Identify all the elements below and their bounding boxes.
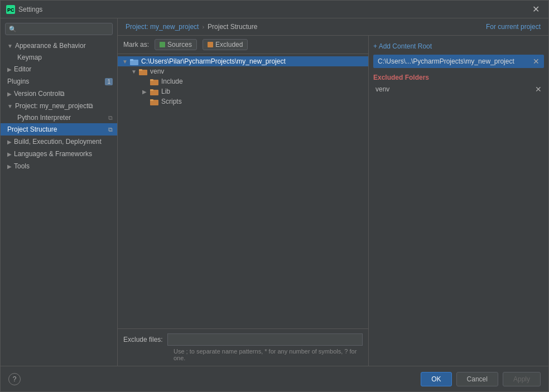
help-label: ?	[13, 375, 17, 383]
expand-arrow-build: ▶	[7, 139, 12, 145]
remove-excluded-button[interactable]: ✕	[535, 85, 542, 94]
title-bar: PC Settings ✕	[1, 1, 548, 18]
sidebar-item-keymap[interactable]: Keymap	[1, 52, 117, 63]
close-button[interactable]: ✕	[529, 3, 543, 16]
tree-venv-label: venv	[150, 67, 164, 75]
folder-icon-scripts	[150, 98, 159, 105]
exclude-input[interactable]	[167, 333, 363, 346]
svg-text:PC: PC	[7, 7, 15, 13]
settings-window: PC Settings ✕ 🔍 ▼ Appearance & Behavior …	[0, 0, 549, 392]
sidebar-label-python-interpreter: Python Interpreter	[17, 114, 71, 122]
copy-icon-vc: ⧉	[60, 90, 65, 98]
search-icon: 🔍	[9, 26, 17, 33]
tree-root-label: C:\Users\Pilar\PycharmProjects\my_new_pr…	[141, 57, 286, 65]
sidebar-item-version-control[interactable]: ▶ Version Control ⧉	[1, 88, 117, 100]
expand-arrow-editor: ▶	[7, 66, 12, 72]
pycharm-icon: PC	[6, 5, 15, 14]
exclude-bar: Exclude files: Use ; to separate name pa…	[118, 328, 368, 366]
content-area: 🔍 ▼ Appearance & Behavior Keymap ▶ Edito…	[1, 18, 548, 366]
plugins-badge: 1	[105, 78, 113, 85]
sidebar-item-editor[interactable]: ▶ Editor	[1, 63, 117, 75]
footer: ? OK Cancel Apply	[1, 366, 548, 391]
tree-arrow-root: ▼	[122, 59, 129, 65]
apply-button[interactable]: Apply	[503, 372, 541, 386]
file-tree: ▼ C:\Users\Pilar\PycharmProjects\my_new_…	[118, 54, 368, 328]
folder-icon-root	[130, 58, 139, 65]
svg-rect-9	[150, 89, 153, 91]
sidebar-label-languages: Languages & Frameworks	[14, 150, 92, 158]
svg-rect-7	[150, 79, 153, 81]
tree-lib[interactable]: ▶ Lib	[118, 86, 368, 96]
excluded-venv-label: venv	[375, 85, 389, 93]
sidebar-label-appearance: Appearance & Behavior	[15, 42, 86, 50]
breadcrumb: Project: my_new_project › Project Struct…	[118, 18, 548, 36]
exclude-label: Exclude files:	[123, 336, 163, 343]
svg-rect-5	[139, 69, 142, 71]
main-area: Project: my_new_project › Project Struct…	[118, 18, 548, 366]
expand-arrow-vc: ▶	[7, 91, 12, 97]
sources-label: Sources	[167, 41, 192, 49]
add-content-root-button[interactable]: + Add Content Root	[373, 40, 544, 52]
breadcrumb-current: Project Structure	[208, 23, 257, 31]
mark-as-label: Mark as:	[123, 41, 149, 49]
sidebar-label-plugins: Plugins	[7, 78, 29, 85]
copy-icon-ps: ⧉	[108, 126, 113, 133]
sidebar-item-project[interactable]: ▼ Project: my_new_project ⧉	[1, 100, 117, 112]
mark-as-sources-button[interactable]: Sources	[155, 39, 197, 50]
tree-venv[interactable]: ▼ venv	[118, 66, 368, 76]
mark-as-excluded-button[interactable]: Excluded	[203, 39, 248, 50]
copy-icon-pi: ⧉	[108, 114, 113, 122]
excluded-folder-entry: venv ✕	[373, 84, 544, 95]
remove-content-root-button[interactable]: ✕	[533, 57, 540, 66]
sidebar-label-version-control: Version Control	[14, 90, 60, 98]
cancel-button[interactable]: Cancel	[456, 372, 498, 386]
ok-button[interactable]: OK	[421, 372, 451, 386]
exclude-hint: Use ; to separate name patterns, * for a…	[123, 348, 363, 361]
help-button[interactable]: ?	[8, 373, 21, 385]
copy-icon-project: ⧉	[88, 102, 93, 110]
svg-rect-3	[130, 59, 133, 61]
sidebar-label-editor: Editor	[14, 65, 31, 73]
content-root-entry: C:\Users\...\PycharmProjects\my_new_proj…	[373, 55, 544, 68]
search-box[interactable]: 🔍	[5, 23, 113, 35]
sidebar-item-appearance[interactable]: ▼ Appearance & Behavior	[1, 40, 117, 52]
expand-arrow-tools: ▶	[7, 163, 12, 170]
sidebar-item-tools[interactable]: ▶ Tools	[1, 160, 117, 172]
sidebar-item-project-structure[interactable]: Project Structure ⧉	[1, 123, 117, 135]
breadcrumb-project[interactable]: Project: my_new_project	[126, 23, 199, 31]
excluded-icon	[208, 42, 213, 47]
sidebar-item-languages[interactable]: ▶ Languages & Frameworks	[1, 148, 117, 160]
tree-include[interactable]: ▶ Include	[118, 76, 368, 86]
search-input[interactable]	[19, 25, 109, 33]
tree-lib-label: Lib	[161, 88, 170, 95]
sidebar-item-plugins[interactable]: Plugins 1	[1, 75, 117, 88]
content-root-path: C:\Users\...\PycharmProjects\my_new_proj…	[378, 57, 514, 65]
sidebar-item-build[interactable]: ▶ Build, Execution, Deployment	[1, 135, 117, 148]
add-content-root-label: + Add Content Root	[373, 42, 432, 50]
sidebar-label-tools: Tools	[14, 162, 30, 170]
tree-root[interactable]: ▼ C:\Users\Pilar\PycharmProjects\my_new_…	[118, 56, 368, 66]
folder-icon-include	[150, 78, 159, 85]
tree-include-label: Include	[161, 78, 183, 85]
expand-arrow-project: ▼	[7, 103, 13, 109]
sidebar: 🔍 ▼ Appearance & Behavior Keymap ▶ Edito…	[1, 18, 118, 366]
tree-arrow-venv: ▼	[131, 69, 138, 75]
svg-rect-11	[150, 99, 153, 101]
tree-scripts-label: Scripts	[161, 98, 182, 105]
footer-buttons: OK Cancel Apply	[421, 372, 541, 386]
file-tree-panel: Mark as: Sources Excluded	[118, 36, 369, 366]
excluded-label: Excluded	[215, 41, 243, 49]
breadcrumb-right-link[interactable]: For current project	[486, 23, 541, 31]
sidebar-label-project: Project: my_new_project	[15, 102, 88, 110]
expand-arrow: ▼	[7, 43, 13, 49]
sidebar-item-python-interpreter[interactable]: Python Interpreter ⧉	[1, 112, 117, 123]
window-title: Settings	[18, 6, 529, 13]
breadcrumb-arrow: ›	[202, 23, 204, 30]
sources-icon	[160, 42, 165, 47]
right-panel: + Add Content Root C:\Users\...\PycharmP…	[369, 36, 548, 366]
tree-scripts[interactable]: ▶ Scripts	[118, 96, 368, 107]
sidebar-label-keymap: Keymap	[17, 54, 42, 61]
sidebar-label-project-structure: Project Structure	[7, 125, 57, 133]
folder-icon-lib	[150, 88, 159, 95]
expand-arrow-lang: ▶	[7, 151, 12, 157]
